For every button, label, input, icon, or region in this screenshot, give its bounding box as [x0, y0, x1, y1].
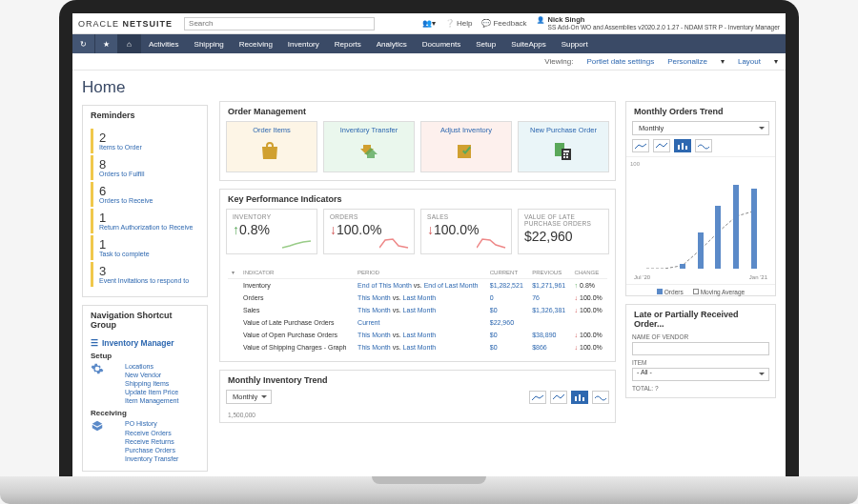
period-link[interactable]: This Month: [358, 332, 391, 338]
reminder-item[interactable]: 8Orders to Fulfill: [91, 155, 199, 180]
svg-rect-6: [563, 156, 565, 158]
period-link[interactable]: This Month: [358, 307, 391, 313]
reminder-item[interactable]: 1Return Authorization to Receive: [91, 209, 199, 233]
brand-logo: ORACLE NETSUITE: [78, 19, 173, 29]
kpi-tile-late-po[interactable]: VALUE OF LATE PURCHASE ORDERS $22,960: [518, 209, 609, 254]
chart-type-line-icon[interactable]: [653, 139, 670, 152]
chart-bar: [698, 232, 704, 270]
dashboard-toolbar: Viewing: Portlet date settings Personali…: [72, 53, 786, 71]
chart-type-wave-icon[interactable]: [695, 139, 712, 152]
kpi-tile-sales[interactable]: SALES ↓100.0%: [420, 209, 512, 254]
kpi-label: VALUE OF LATE PURCHASE ORDERS: [524, 213, 603, 227]
y-axis-tick: 1,500,000: [220, 408, 615, 422]
layout-link[interactable]: Layout: [738, 57, 761, 66]
reminder-item[interactable]: 6Orders to Receive: [91, 182, 199, 207]
legend-dot-orders: [657, 289, 663, 294]
nav-documents[interactable]: Documents: [415, 34, 468, 53]
period-link[interactable]: This Month: [358, 294, 391, 301]
reminder-item[interactable]: 1Task to complete: [91, 235, 199, 260]
user-block[interactable]: 👤 Nick Singh SS Add-On WO and Assemblies…: [537, 16, 780, 30]
expand-icon[interactable]: ▾: [232, 270, 235, 275]
nav-receiving[interactable]: Receiving: [232, 34, 280, 53]
period-link[interactable]: End of Last Month: [424, 282, 479, 289]
kpi-tile-orders[interactable]: ORDERS ↓100.0%: [323, 209, 415, 254]
viewing-value-link[interactable]: Portlet date settings: [586, 57, 654, 66]
feedback-link[interactable]: 💬 Feedback: [481, 19, 526, 28]
receiving-icon: [91, 419, 104, 433]
svg-rect-4: [563, 153, 565, 155]
shortcut-title: Navigation Shortcut Group: [83, 306, 207, 334]
kpi-title: Key Performance Indicators: [220, 190, 615, 209]
chart-type-line-icon[interactable]: [550, 391, 567, 404]
nav-setup[interactable]: Setup: [468, 34, 503, 53]
period-link[interactable]: Last Month: [403, 307, 437, 313]
vendor-label: NAME OF VENDOR: [632, 333, 769, 340]
chart-type-area-icon[interactable]: [529, 391, 546, 404]
period-link[interactable]: Current: [358, 319, 379, 326]
svg-rect-11: [678, 145, 680, 150]
nav-history-icon[interactable]: ↻: [72, 34, 95, 53]
reminder-text: Items to Order: [99, 144, 199, 151]
svg-rect-13: [685, 146, 687, 150]
reminders-title: Reminders: [83, 106, 207, 125]
kpi-tile-inventory[interactable]: INVENTORY ↑0.8%: [226, 209, 317, 254]
chart-type-area-icon[interactable]: [632, 139, 649, 152]
nav-home-icon[interactable]: ⌂: [118, 34, 141, 53]
nav-star-icon[interactable]: ★: [95, 34, 118, 53]
svg-rect-7: [566, 156, 568, 158]
reminder-text: Orders to Receive: [99, 197, 199, 204]
nav-suiteapps[interactable]: SuiteApps: [503, 34, 553, 53]
reminders-portlet: Reminders 2Items to Order 8Orders to Ful…: [82, 105, 208, 297]
nav-activities[interactable]: Activities: [141, 34, 187, 53]
shortcut-link[interactable]: Receive Orders: [125, 429, 178, 437]
nav-analytics[interactable]: Analytics: [369, 34, 415, 53]
nav-shipping[interactable]: Shipping: [187, 34, 232, 53]
card-order-items[interactable]: Order Items: [226, 121, 317, 172]
shortcut-link[interactable]: Shipping Items: [125, 379, 178, 388]
chart-type-bar-icon[interactable]: [571, 391, 588, 404]
chart-type-wave-icon[interactable]: [592, 391, 609, 404]
card-inventory-transfer[interactable]: Inventory Transfer: [323, 121, 415, 172]
kpi-label: ORDERS: [330, 213, 408, 220]
kpi-col: PREVIOUS: [528, 266, 570, 279]
kpi-col: CHANGE: [571, 266, 607, 279]
period-link[interactable]: Last Month: [403, 294, 437, 301]
menu-icon: ☰: [91, 338, 98, 348]
personalize-link[interactable]: Personalize: [667, 57, 707, 66]
shortcut-section-setup: Setup: [91, 352, 199, 360]
shortcut-link[interactable]: Purchase Orders: [125, 446, 178, 454]
nav-inventory[interactable]: Inventory: [280, 34, 327, 53]
shortcut-link[interactable]: New Vendor: [125, 371, 178, 379]
period-link[interactable]: Last Month: [403, 344, 437, 351]
period-link[interactable]: End of This Month: [358, 282, 412, 289]
shortcut-link[interactable]: Receive Returns: [125, 437, 178, 446]
help-link[interactable]: ❔ Help: [445, 19, 472, 28]
shortcut-link[interactable]: PO History: [125, 419, 178, 428]
left-column: Home Reminders 2Items to Order 8Orders t…: [72, 71, 214, 476]
inventory-trend-period-select[interactable]: Monthly: [226, 390, 272, 404]
shortcut-link[interactable]: Item Management: [125, 396, 178, 405]
shortcut-link[interactable]: Inventory Transfer: [125, 454, 178, 463]
svg-rect-12: [682, 143, 684, 150]
nav-reports[interactable]: Reports: [327, 34, 369, 53]
reminder-item[interactable]: 2Items to Order: [91, 129, 199, 153]
chart-type-bar-icon[interactable]: [674, 139, 691, 152]
period-link[interactable]: This Month: [358, 344, 391, 351]
card-label: Adjust Inventory: [440, 126, 492, 134]
nav-support[interactable]: Support: [554, 34, 596, 53]
search-input[interactable]: [184, 17, 375, 30]
card-adjust-inventory[interactable]: Adjust Inventory: [420, 121, 512, 172]
role-switch-icon[interactable]: 👥▾: [422, 19, 436, 28]
vendor-input[interactable]: [632, 342, 769, 355]
period-link[interactable]: Last Month: [403, 332, 437, 338]
shortcut-link[interactable]: Update Item Price: [125, 388, 178, 396]
card-new-po[interactable]: New Purchase Order: [518, 121, 609, 172]
item-select[interactable]: - All -: [632, 368, 769, 381]
global-search: [184, 17, 375, 30]
shortcut-root[interactable]: ☰Inventory Manager: [91, 338, 199, 348]
shortcut-link[interactable]: Locations: [125, 362, 178, 371]
reminder-item[interactable]: 3Event Invitations to respond to: [91, 262, 199, 287]
orders-trend-period-select[interactable]: Monthly: [632, 121, 769, 135]
kpi-row: InventoryEnd of This Month vs. End of La…: [228, 279, 607, 292]
kpi-row: OrdersThis Month vs. Last Month076100.0%: [228, 292, 607, 304]
